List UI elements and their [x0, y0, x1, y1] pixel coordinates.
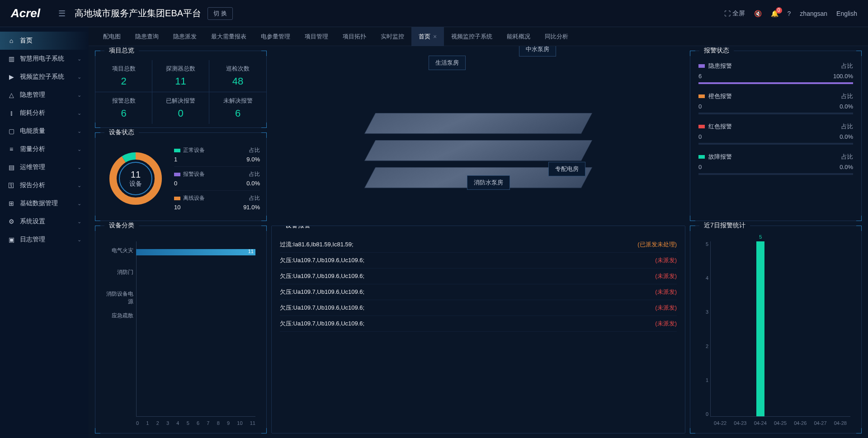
alarm-text: 欠压:Ua109.7,Ub109.6,Uc109.6; [280, 288, 364, 296]
panel-device-alarm: 设备报警 过流:Ia81.6,Ib81.59,Ic81.59;(已派发未处理)欠… [271, 226, 685, 433]
tab-label: 项目拓扑 [343, 33, 366, 41]
status-row: 正常设备占比19.0% [174, 143, 260, 167]
room-label[interactable]: 消防水泵房 [467, 175, 510, 190]
sidebar-icon: ▤ [7, 164, 15, 171]
tab-label: 首页 [419, 33, 430, 41]
overview-cell: 项目总数2 [95, 60, 152, 92]
panel-title: 项目总览 [104, 47, 139, 55]
panel-3d-building[interactable]: 生活泵房中水泵房消防水泵房专配电房 [271, 51, 685, 221]
overview-cell: 探测器总数11 [152, 60, 209, 92]
help-icon[interactable]: ? [788, 10, 791, 17]
panel-title: 近7日报警统计 [699, 221, 750, 230]
tab[interactable]: 电参量管理 [254, 27, 297, 46]
sidebar: ⌂首页▥智慧用电子系统⌄▶视频监控子系统⌄△隐患管理⌄⫿能耗分析⌄▢电能质量⌄≡… [0, 27, 89, 438]
panel-project-overview: 项目总览 项目总数2探测器总数11巡检次数48报警总数6已解决报警0未解决报警6 [95, 51, 267, 128]
alarm-status-row: 橙色报警占比00.0% [698, 92, 853, 114]
sidebar-item[interactable]: ▤运维管理⌄ [0, 158, 89, 176]
tab[interactable]: 首页× [411, 27, 444, 46]
panel-device-status: 设备状态 11设备 正常设备占比19.0%报警设备占比00.0%离线设备占比10… [95, 132, 267, 221]
alarm-row[interactable]: 欠压:Ua109.7,Ub109.6,Uc109.6;(未派发) [280, 268, 677, 284]
tab-label: 电参量管理 [261, 33, 290, 41]
panel-alarm-status: 报警状态 隐患报警占比6100.0%橙色报警占比00.0%红色报警占比00.0%… [690, 51, 862, 221]
tab[interactable]: 隐患派发 [166, 27, 204, 46]
sidebar-item[interactable]: ⊞基础数据管理⌄ [0, 194, 89, 212]
panel-device-category: 设备分类 电气火灾11消防门消防设备电源应急疏散01234567891011 [95, 226, 267, 433]
tab[interactable]: 隐患查询 [128, 27, 166, 46]
alarm-text: 欠压:Ua109.7,Ub109.6,Uc109.6; [280, 320, 364, 328]
sidebar-icon: ⚙ [7, 218, 15, 225]
sidebar-item-label: 运维管理 [20, 163, 45, 171]
category-label: 消防门 [102, 268, 133, 276]
app-header: Acrel ☰ 高地城市服务产业集团EBA平台 切 换 ⛶ 全屏 🔇 🔔0 ? … [0, 0, 868, 27]
tab-label: 能耗概况 [507, 33, 530, 41]
tab[interactable]: 项目管理 [297, 27, 335, 46]
sidebar-icon: ⚿ [7, 182, 15, 189]
alarm-status: (已派发未处理) [637, 240, 677, 249]
alarm-row[interactable]: 欠压:Ua109.7,Ub109.6,Uc109.6;(未派发) [280, 316, 677, 332]
alarm-row[interactable]: 欠压:Ua109.7,Ub109.6,Uc109.6;(未派发) [280, 284, 677, 300]
room-label[interactable]: 生活泵房 [429, 56, 466, 70]
sidebar-item[interactable]: ▥智慧用电子系统⌄ [0, 50, 89, 68]
sidebar-item-label: 需量分析 [20, 145, 45, 153]
alarm-text: 欠压:Ua109.7,Ub109.6,Uc109.6; [280, 304, 364, 312]
alarm-row[interactable]: 欠压:Ua109.7,Ub109.6,Uc109.6;(未派发) [280, 253, 677, 268]
sidebar-item-label: 日志管理 [20, 235, 45, 244]
tab-bar: 配电图隐患查询隐患派发最大需量报表电参量管理项目管理项目拓扑实时监控首页×视频监… [89, 27, 868, 46]
sidebar-item-label: 基础数据管理 [20, 199, 58, 207]
alarm-text: 过流:Ia81.6,Ib81.59,Ic81.59; [280, 240, 354, 249]
sidebar-item[interactable]: ▣日志管理⌄ [0, 231, 89, 249]
alarm-text: 欠压:Ua109.7,Ub109.6,Uc109.6; [280, 256, 364, 264]
sidebar-item[interactable]: ≡需量分析⌄ [0, 140, 89, 158]
switch-button[interactable]: 切 换 [208, 7, 233, 20]
tab-label: 隐患派发 [173, 33, 197, 41]
sidebar-item[interactable]: ⚿报告分析⌄ [0, 176, 89, 194]
sidebar-item[interactable]: ⫿能耗分析⌄ [0, 104, 89, 122]
language-switch[interactable]: English [836, 10, 857, 17]
overview-value: 0 [152, 108, 209, 119]
logo: Acrel [11, 6, 40, 20]
notification-bell[interactable]: 🔔0 [771, 10, 778, 17]
tab[interactable]: 同比分析 [538, 27, 576, 46]
sidebar-item[interactable]: ⚙系统设置⌄ [0, 212, 89, 231]
status-row: 离线设备占比1091.0% [174, 191, 260, 214]
sidebar-item-label: 视频监控子系统 [20, 73, 64, 81]
room-label[interactable]: 中水泵房 [519, 46, 556, 57]
chevron-down-icon: ⌄ [77, 128, 81, 134]
sidebar-item[interactable]: ▶视频监控子系统⌄ [0, 68, 89, 86]
tab[interactable]: 能耗概况 [500, 27, 538, 46]
sidebar-item[interactable]: ▢电能质量⌄ [0, 122, 89, 140]
tab[interactable]: 最大需量报表 [204, 27, 254, 46]
panel-title: 设备分类 [104, 221, 139, 230]
overview-value: 11 [152, 75, 209, 87]
menu-toggle-icon[interactable]: ☰ [58, 9, 66, 19]
alarm-row[interactable]: 欠压:Ua109.7,Ub109.6,Uc109.6;(未派发) [280, 300, 677, 316]
username-label[interactable]: zhangsan [800, 10, 827, 17]
sidebar-icon: ⌂ [7, 37, 15, 44]
fullscreen-button[interactable]: ⛶ 全屏 [724, 9, 745, 18]
tab[interactable]: 项目拓扑 [335, 27, 373, 46]
overview-cell: 已解决报警0 [152, 92, 209, 124]
alarm-status: (未派发) [655, 320, 677, 328]
sidebar-icon: ≡ [7, 146, 15, 153]
alarm-row[interactable]: 过流:Ia81.6,Ib81.59,Ic81.59;(已派发未处理) [280, 237, 677, 253]
sidebar-icon: ⊞ [7, 200, 15, 207]
overview-cell: 巡检次数48 [209, 60, 266, 92]
sidebar-item-label: 报告分析 [20, 181, 45, 189]
device-status-donut: 11设备 [102, 145, 170, 212]
tab[interactable]: 配电图 [96, 27, 128, 46]
tab[interactable]: 实时监控 [373, 27, 411, 46]
notification-badge: 0 [776, 7, 782, 14]
alarm-status: (未派发) [655, 272, 677, 280]
chevron-down-icon: ⌄ [77, 183, 81, 188]
panel-title: 设备报警 [281, 226, 315, 230]
chevron-down-icon: ⌄ [77, 110, 81, 116]
sidebar-icon: ▥ [7, 55, 15, 62]
close-icon[interactable]: × [433, 33, 437, 40]
tab[interactable]: 视频监控子系统 [444, 27, 500, 46]
sidebar-item[interactable]: △隐患管理⌄ [0, 86, 89, 104]
mute-icon[interactable]: 🔇 [754, 10, 762, 17]
overview-cell: 未解决报警6 [209, 92, 266, 124]
alarm-status: (未派发) [655, 304, 677, 312]
room-label[interactable]: 专配电房 [548, 162, 585, 176]
sidebar-item[interactable]: ⌂首页 [0, 32, 89, 50]
